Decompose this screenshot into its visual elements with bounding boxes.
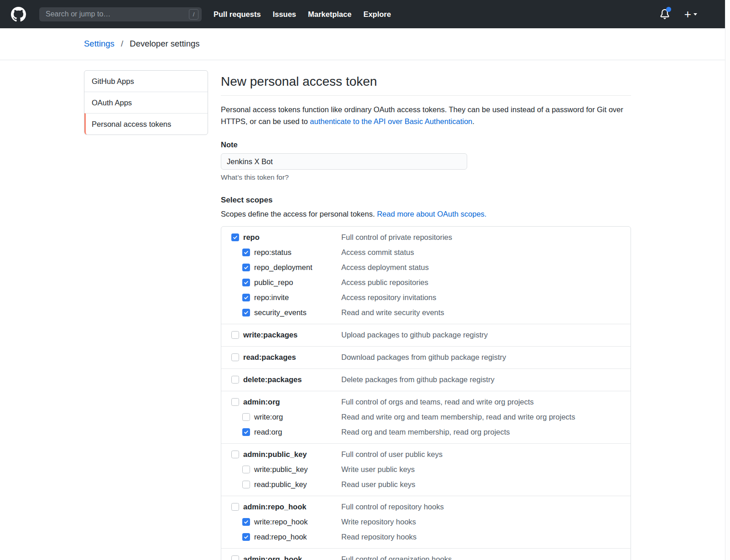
checkbox-write-public-key[interactable] bbox=[242, 466, 250, 473]
scope-name-write-packages[interactable]: write:packages bbox=[243, 330, 297, 340]
scope-row-read-public-key: read:public_keyRead user public keys bbox=[231, 480, 621, 489]
checkbox-repo-deployment[interactable] bbox=[242, 264, 250, 271]
scope-group-admin-org: admin:orgFull control of orgs and teams,… bbox=[221, 391, 631, 443]
scope-group-delete-packages: delete:packagesDelete packages from gith… bbox=[221, 368, 631, 391]
scope-name-admin-public-key[interactable]: admin:public_key bbox=[243, 450, 307, 459]
checkbox-read-packages[interactable] bbox=[231, 353, 239, 361]
scope-group-read-packages: read:packagesDownload packages from gith… bbox=[221, 346, 631, 368]
github-logo-icon[interactable] bbox=[11, 7, 26, 22]
intro-text-after: . bbox=[472, 117, 474, 125]
scope-name-delete-packages[interactable]: delete:packages bbox=[243, 375, 302, 384]
checkbox-admin-repo-hook[interactable] bbox=[231, 503, 239, 511]
breadcrumb-settings-link[interactable]: Settings bbox=[84, 39, 115, 48]
scope-left-write-public-key: write:public_key bbox=[231, 465, 341, 474]
checkbox-read-repo-hook[interactable] bbox=[242, 533, 250, 541]
scope-row-security-events: security_eventsRead and write security e… bbox=[231, 308, 621, 317]
checkbox-repo[interactable] bbox=[231, 233, 239, 241]
nav-item-marketplace[interactable]: Marketplace bbox=[308, 10, 351, 19]
scope-left-write-repo-hook: write:repo_hook bbox=[231, 517, 341, 527]
scope-row-repo-invite: repo:inviteAccess repository invitations bbox=[231, 293, 621, 302]
checkbox-admin-org[interactable] bbox=[231, 398, 239, 406]
scope-name-read-org[interactable]: read:org bbox=[254, 427, 282, 437]
checkbox-admin-public-key[interactable] bbox=[231, 451, 239, 458]
checkbox-public-repo[interactable] bbox=[242, 279, 250, 286]
scope-row-write-org: write:orgRead and write org and team mem… bbox=[231, 412, 621, 422]
header-search[interactable]: / bbox=[39, 7, 202, 21]
breadcrumb-current: Developer settings bbox=[130, 39, 199, 48]
scope-desc-admin-public-key: Full control of user public keys bbox=[341, 450, 443, 459]
scope-row-write-public-key: write:public_keyWrite user public keys bbox=[231, 465, 621, 474]
header-right: + bbox=[660, 9, 697, 19]
scope-name-repo-status[interactable]: repo:status bbox=[254, 248, 292, 257]
scope-left-public-repo: public_repo bbox=[231, 278, 341, 287]
scope-name-repo-deployment[interactable]: repo_deployment bbox=[254, 263, 313, 272]
scope-name-read-packages[interactable]: read:packages bbox=[243, 353, 296, 362]
scope-name-admin-org-hook[interactable]: admin:org_hook bbox=[243, 555, 302, 560]
scope-left-delete-packages: delete:packages bbox=[231, 375, 341, 384]
scope-row-write-repo-hook: write:repo_hookWrite repository hooks bbox=[231, 517, 621, 527]
checkbox-security-events[interactable] bbox=[242, 309, 250, 316]
scope-desc-read-repo-hook: Read repository hooks bbox=[341, 532, 417, 542]
breadcrumb-bar: Settings / Developer settings bbox=[0, 28, 730, 60]
checkbox-read-public-key[interactable] bbox=[242, 481, 250, 488]
basic-auth-link[interactable]: authenticate to the API over Basic Authe… bbox=[310, 117, 472, 125]
checkbox-admin-org-hook[interactable] bbox=[231, 555, 239, 560]
sidebar-item-oauth-apps[interactable]: OAuth Apps bbox=[84, 92, 208, 113]
select-scopes-heading: Select scopes bbox=[221, 196, 631, 205]
header-nav: Pull requestsIssuesMarketplaceExplore bbox=[214, 10, 403, 19]
checkbox-write-packages[interactable] bbox=[231, 331, 239, 339]
scope-name-read-public-key[interactable]: read:public_key bbox=[254, 480, 307, 489]
nav-item-pull-requests[interactable]: Pull requests bbox=[214, 10, 261, 19]
create-new-dropdown[interactable]: + bbox=[684, 10, 697, 19]
checkbox-delete-packages[interactable] bbox=[231, 376, 239, 384]
scope-left-repo: repo bbox=[231, 233, 341, 242]
scope-left-admin-repo-hook: admin:repo_hook bbox=[231, 502, 341, 512]
token-note-input[interactable] bbox=[221, 153, 467, 170]
search-input[interactable] bbox=[45, 10, 189, 19]
nav-item-issues[interactable]: Issues bbox=[273, 10, 296, 19]
scope-desc-write-public-key: Write user public keys bbox=[341, 465, 415, 474]
page-scrollbar[interactable] bbox=[725, 0, 730, 560]
checkbox-write-repo-hook[interactable] bbox=[242, 518, 250, 526]
scope-left-repo-deployment: repo_deployment bbox=[231, 263, 341, 272]
scope-name-security-events[interactable]: security_events bbox=[254, 308, 307, 317]
scopes-box: repoFull control of private repositories… bbox=[221, 226, 631, 560]
scope-name-admin-repo-hook[interactable]: admin:repo_hook bbox=[243, 502, 306, 512]
scope-desc-repo: Full control of private repositories bbox=[341, 233, 452, 242]
scope-name-write-public-key[interactable]: write:public_key bbox=[254, 465, 308, 474]
checkbox-write-org[interactable] bbox=[242, 413, 250, 421]
scope-desc-repo-status: Access commit status bbox=[341, 248, 414, 257]
scope-name-write-repo-hook[interactable]: write:repo_hook bbox=[254, 517, 308, 527]
scope-row-read-packages: read:packagesDownload packages from gith… bbox=[231, 353, 621, 362]
sidebar-item-personal-access-tokens[interactable]: Personal access tokens bbox=[84, 113, 208, 135]
sidebar-item-github-apps[interactable]: GitHub Apps bbox=[84, 71, 208, 92]
scope-name-admin-org[interactable]: admin:org bbox=[243, 397, 280, 407]
scope-name-read-repo-hook[interactable]: read:repo_hook bbox=[254, 532, 307, 542]
oauth-scopes-link[interactable]: Read more about OAuth scopes. bbox=[377, 210, 486, 218]
checkbox-repo-invite[interactable] bbox=[242, 294, 250, 301]
scope-name-repo-invite[interactable]: repo:invite bbox=[254, 293, 289, 302]
notifications-bell-icon[interactable] bbox=[660, 9, 670, 19]
checkbox-read-org[interactable] bbox=[242, 428, 250, 436]
scope-row-write-packages: write:packagesUpload packages to github … bbox=[231, 330, 621, 340]
intro-paragraph: Personal access tokens function like ord… bbox=[221, 104, 631, 127]
scope-row-public-repo: public_repoAccess public repositories bbox=[231, 278, 621, 287]
scope-name-public-repo[interactable]: public_repo bbox=[254, 278, 293, 287]
scope-row-admin-public-key: admin:public_keyFull control of user pub… bbox=[231, 450, 621, 459]
scope-left-read-packages: read:packages bbox=[231, 353, 341, 362]
scopes-description: Scopes define the access for personal to… bbox=[221, 210, 631, 218]
scope-name-write-org[interactable]: write:org bbox=[254, 412, 283, 422]
scope-desc-read-org: Read org and team membership, read org p… bbox=[341, 427, 510, 437]
scope-name-repo[interactable]: repo bbox=[243, 233, 260, 242]
scope-group-admin-public-key: admin:public_keyFull control of user pub… bbox=[221, 443, 631, 496]
scope-left-write-org: write:org bbox=[231, 412, 341, 422]
scope-left-admin-org: admin:org bbox=[231, 397, 341, 407]
scope-left-read-public-key: read:public_key bbox=[231, 480, 341, 489]
checkbox-repo-status[interactable] bbox=[242, 249, 250, 256]
scope-desc-public-repo: Access public repositories bbox=[341, 278, 428, 287]
nav-item-explore[interactable]: Explore bbox=[363, 10, 391, 19]
main-panel: New personal access token Personal acces… bbox=[221, 70, 631, 560]
github-header: / Pull requestsIssuesMarketplaceExplore … bbox=[0, 0, 730, 28]
note-label: Note bbox=[221, 140, 631, 149]
page-content: GitHub AppsOAuth AppsPersonal access tok… bbox=[84, 70, 631, 560]
